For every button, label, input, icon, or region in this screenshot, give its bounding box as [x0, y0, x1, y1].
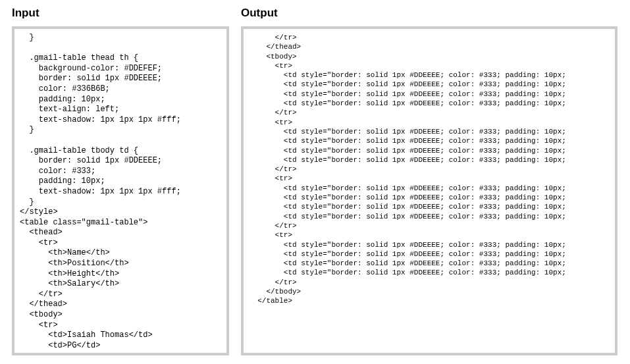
input-code-box: } .gmail-table thead th { background-col… [12, 26, 229, 355]
input-code: } .gmail-table thead th { background-col… [20, 33, 225, 351]
output-code-box: </tr> </thead> <tbody> <tr> <td style="b… [241, 26, 617, 355]
input-column: Input } .gmail-table thead th { backgrou… [12, 7, 229, 357]
output-code: </tr> </thead> <tbody> <tr> <td style="b… [249, 33, 614, 306]
output-heading: Output [241, 7, 617, 20]
output-column: Output </tr> </thead> <tbody> <tr> <td s… [241, 7, 617, 357]
input-heading: Input [12, 7, 229, 20]
